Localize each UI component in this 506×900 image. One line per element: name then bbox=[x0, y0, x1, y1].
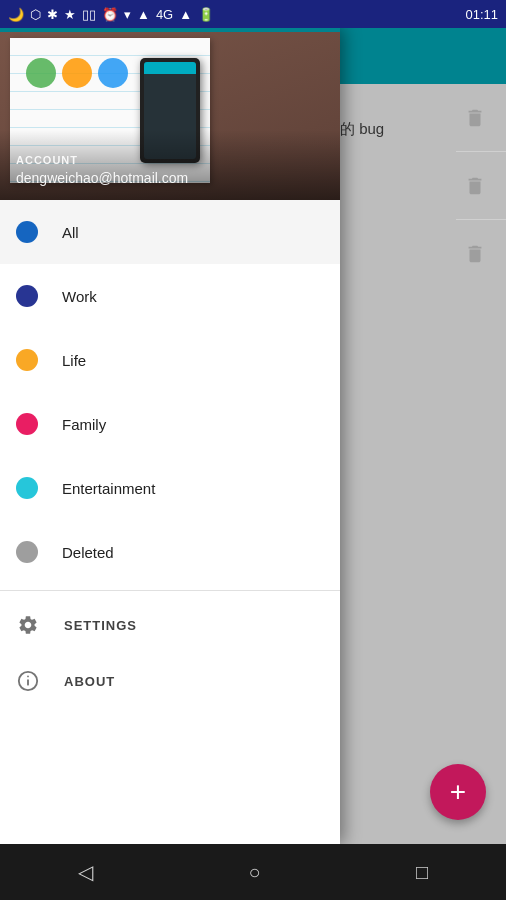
about-label: ABOUT bbox=[64, 674, 115, 689]
menu-item-all[interactable]: All bbox=[0, 200, 340, 264]
entertainment-dot bbox=[16, 477, 38, 499]
account-email: dengweichao@hotmail.com bbox=[16, 170, 188, 186]
network-icon: 4G bbox=[156, 7, 173, 22]
time-display: 01:11 bbox=[465, 7, 498, 22]
about-icon bbox=[16, 669, 40, 693]
menu-label-entertainment: Entertainment bbox=[62, 480, 155, 497]
signal-icon: ▲ bbox=[137, 7, 150, 22]
navigation-drawer: ACCOUNT dengweichao@hotmail.com All Work… bbox=[0, 28, 340, 844]
status-bar-right: 01:11 bbox=[465, 7, 498, 22]
menu-item-entertainment[interactable]: Entertainment bbox=[0, 456, 340, 520]
delete-icon-2[interactable] bbox=[456, 152, 506, 220]
about-item[interactable]: ABOUT bbox=[0, 653, 340, 709]
fab-button[interactable]: + bbox=[430, 764, 486, 820]
blue-dot bbox=[98, 58, 128, 88]
account-header: ACCOUNT dengweichao@hotmail.com bbox=[0, 28, 340, 200]
life-dot bbox=[16, 349, 38, 371]
nav-home-icon[interactable]: ○ bbox=[248, 861, 260, 884]
drawer-menu: All Work Life Family Entertainment Delet… bbox=[0, 200, 340, 844]
nav-bar: ◁ ○ □ bbox=[0, 844, 506, 900]
menu-label-work: Work bbox=[62, 288, 97, 305]
bug-text: 的 bug bbox=[340, 120, 384, 139]
nav-recent-icon[interactable]: □ bbox=[416, 861, 428, 884]
green-dot bbox=[26, 58, 56, 88]
delete-icon-3[interactable] bbox=[456, 220, 506, 288]
bluetooth-icon: ✱ bbox=[47, 7, 58, 22]
settings-label: SETTINGS bbox=[64, 618, 137, 633]
vibrate-icon: ▯▯ bbox=[82, 7, 96, 22]
moon-icon: 🌙 bbox=[8, 7, 24, 22]
android-icon: ⬡ bbox=[30, 7, 41, 22]
svg-point-1 bbox=[27, 676, 30, 679]
drawer-divider bbox=[0, 590, 340, 591]
orange-dot bbox=[62, 58, 92, 88]
delete-icons-area bbox=[456, 84, 506, 288]
battery-icon: 🔋 bbox=[198, 7, 214, 22]
fab-plus-icon: + bbox=[450, 776, 466, 808]
status-bar: 🌙 ⬡ ✱ ★ ▯▯ ⏰ ▾ ▲ 4G ▲ 🔋 01:11 bbox=[0, 0, 506, 28]
teal-top-strip bbox=[0, 28, 340, 32]
star-icon: ★ bbox=[64, 7, 76, 22]
settings-icon bbox=[16, 613, 40, 637]
nav-back-icon[interactable]: ◁ bbox=[78, 860, 93, 884]
alarm-icon: ⏰ bbox=[102, 7, 118, 22]
deleted-dot bbox=[16, 541, 38, 563]
account-label: ACCOUNT bbox=[16, 154, 188, 166]
status-bar-left: 🌙 ⬡ ✱ ★ ▯▯ ⏰ ▾ ▲ 4G ▲ 🔋 bbox=[8, 7, 214, 22]
battery-level-icon: ▲ bbox=[179, 7, 192, 22]
phone-statusbar bbox=[144, 62, 196, 74]
all-dot bbox=[16, 221, 38, 243]
menu-item-deleted[interactable]: Deleted bbox=[0, 520, 340, 584]
settings-item[interactable]: SETTINGS bbox=[0, 597, 340, 653]
delete-icon-1[interactable] bbox=[456, 84, 506, 152]
menu-label-family: Family bbox=[62, 416, 106, 433]
account-info: ACCOUNT dengweichao@hotmail.com bbox=[16, 154, 188, 186]
menu-item-work[interactable]: Work bbox=[0, 264, 340, 328]
work-dot bbox=[16, 285, 38, 307]
menu-item-life[interactable]: Life bbox=[0, 328, 340, 392]
wifi-icon: ▾ bbox=[124, 7, 131, 22]
family-dot bbox=[16, 413, 38, 435]
menu-label-all: All bbox=[62, 224, 79, 241]
menu-item-family[interactable]: Family bbox=[0, 392, 340, 456]
menu-label-life: Life bbox=[62, 352, 86, 369]
menu-label-deleted: Deleted bbox=[62, 544, 114, 561]
